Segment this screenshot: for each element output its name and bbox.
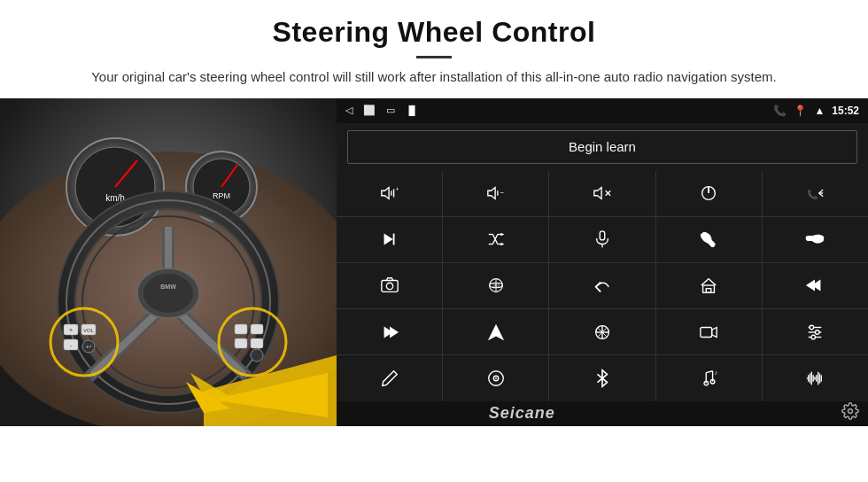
svg-point-69 — [386, 284, 392, 290]
page-header: Steering Wheel Control Your original car… — [0, 0, 868, 98]
music-button[interactable]: ♪ — [656, 355, 762, 400]
vol-up-button[interactable]: + — [337, 171, 442, 216]
svg-rect-75 — [706, 289, 711, 293]
svg-rect-33 — [235, 324, 247, 334]
back-nav-icon[interactable]: ◁ — [345, 105, 353, 116]
recent-nav-icon[interactable]: ▭ — [386, 105, 395, 116]
shuffle-button[interactable] — [443, 217, 548, 262]
vol-mute-button[interactable] — [549, 171, 655, 216]
svg-text:+: + — [395, 186, 399, 192]
clock: 15:52 — [832, 105, 859, 117]
waveform-button[interactable] — [763, 355, 868, 400]
navigate-button[interactable] — [443, 309, 548, 354]
disc-button[interactable] — [443, 355, 548, 400]
header-description: Your original car's steering wheel contr… — [35, 67, 833, 88]
begin-learn-button[interactable]: Begin learn — [347, 130, 857, 164]
svg-rect-36 — [251, 338, 263, 348]
main-content: km/h RPM BMW — [0, 98, 868, 426]
mic-button[interactable] — [549, 217, 655, 262]
sliders-button[interactable] — [763, 309, 868, 354]
settings-icon[interactable] — [841, 402, 859, 424]
skip-back-button[interactable] — [763, 263, 868, 308]
svg-text:BMW: BMW — [160, 284, 176, 290]
360-view-button[interactable]: 360 — [443, 263, 548, 308]
phone-icon: 📞 — [773, 105, 787, 117]
controls-grid: + − 📞 — [337, 171, 868, 401]
vol-down-button[interactable]: − — [443, 171, 548, 216]
next-track-button[interactable] — [337, 217, 442, 262]
svg-marker-65 — [500, 243, 504, 246]
svg-point-101 — [710, 379, 715, 384]
home-button[interactable] — [656, 263, 762, 308]
signal-icon: ▐▌ — [406, 105, 418, 115]
svg-rect-34 — [251, 324, 263, 334]
svg-marker-44 — [488, 188, 495, 199]
svg-point-37 — [251, 349, 263, 362]
power-button[interactable] — [656, 171, 762, 216]
status-bar-info: 📞 📍 ▲ 15:52 — [773, 105, 859, 117]
svg-point-21 — [143, 274, 193, 313]
status-bar: ◁ ⬜ ▭ ▐▌ 📞 📍 ▲ 15:52 — [337, 98, 868, 123]
svg-line-99 — [706, 371, 712, 373]
svg-rect-86 — [701, 327, 712, 337]
wifi-icon: ▲ — [814, 105, 825, 117]
svg-marker-79 — [390, 326, 399, 338]
bluetooth-button[interactable] — [549, 355, 655, 400]
control-panel: ◁ ⬜ ▭ ▐▌ 📞 📍 ▲ 15:52 Begin learn + − — [337, 98, 868, 426]
svg-point-96 — [495, 377, 497, 379]
title-divider — [416, 56, 452, 58]
svg-text:360: 360 — [492, 284, 500, 288]
phone-end-button[interactable] — [763, 217, 868, 262]
page-title: Steering Wheel Control — [35, 16, 833, 49]
steering-wheel-image: km/h RPM BMW — [0, 98, 337, 426]
svg-marker-56 — [384, 234, 392, 245]
svg-point-114 — [848, 409, 852, 414]
location-icon: 📍 — [794, 105, 807, 117]
svg-marker-87 — [712, 327, 717, 337]
svg-marker-77 — [806, 280, 815, 292]
fast-forward-button[interactable] — [337, 309, 442, 354]
svg-text:↩: ↩ — [86, 343, 92, 351]
svg-point-92 — [816, 330, 820, 334]
begin-learn-row: Begin learn — [337, 123, 868, 171]
svg-text:RPM: RPM — [213, 191, 230, 200]
svg-point-91 — [810, 325, 814, 330]
svg-marker-40 — [381, 188, 388, 199]
pen-button[interactable] — [337, 355, 442, 400]
svg-text:+: + — [69, 327, 73, 333]
svg-marker-80 — [488, 324, 504, 340]
svg-text:VOL: VOL — [83, 328, 95, 333]
status-bar-nav: ◁ ⬜ ▭ ▐▌ — [345, 105, 418, 116]
svg-rect-35 — [235, 338, 247, 348]
svg-point-93 — [811, 335, 816, 339]
camera-button[interactable] — [337, 263, 442, 308]
home-nav-icon[interactable]: ⬜ — [363, 105, 376, 116]
svg-marker-47 — [594, 188, 601, 199]
brand-name: Seicane — [489, 404, 555, 423]
svg-rect-68 — [381, 281, 397, 292]
svg-text:−: − — [500, 189, 504, 197]
svg-text:📞: 📞 — [807, 189, 818, 200]
svg-text:♪: ♪ — [715, 369, 718, 377]
phone-answer-button[interactable] — [656, 217, 762, 262]
phone-prev-button[interactable]: 📞 — [763, 171, 868, 216]
bottom-bar: Seicane — [337, 401, 868, 426]
record-button[interactable] — [656, 309, 762, 354]
equalizer-button[interactable] — [549, 309, 655, 354]
svg-rect-66 — [600, 231, 605, 240]
svg-marker-64 — [500, 233, 504, 237]
back-button[interactable] — [549, 263, 655, 308]
